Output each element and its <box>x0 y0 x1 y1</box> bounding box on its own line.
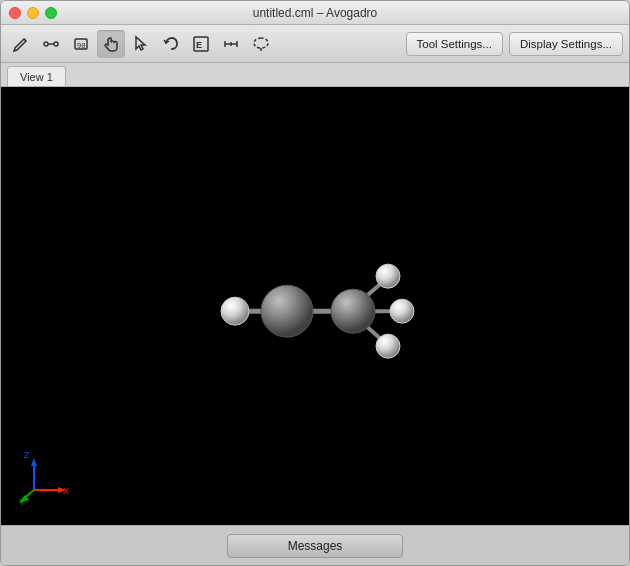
viewport[interactable]: Z X Y <box>1 87 629 525</box>
element-icon[interactable]: E <box>187 30 215 58</box>
angle-icon[interactable]: 90 <box>67 30 95 58</box>
close-button[interactable] <box>9 7 21 19</box>
window-controls <box>9 7 57 19</box>
navigate-icon[interactable] <box>97 30 125 58</box>
svg-text:X: X <box>63 486 69 496</box>
measure-icon[interactable] <box>217 30 245 58</box>
svg-text:E: E <box>196 40 202 50</box>
svg-text:90: 90 <box>77 42 85 50</box>
main-window: untitled.cml – Avogadro 90 <box>0 0 630 566</box>
svg-point-17 <box>221 297 249 325</box>
minimize-button[interactable] <box>27 7 39 19</box>
bond-icon[interactable] <box>37 30 65 58</box>
svg-marker-24 <box>31 458 37 466</box>
svg-text:Z: Z <box>24 450 30 460</box>
svg-point-20 <box>376 264 400 288</box>
molecule-display <box>205 246 425 379</box>
axis-indicator: Z X Y <box>19 450 74 505</box>
pencil-icon[interactable] <box>7 30 35 58</box>
svg-point-18 <box>261 285 313 337</box>
bottom-bar: Messages <box>1 525 629 565</box>
svg-text:Y: Y <box>19 497 25 505</box>
toolbar: 90 E <box>1 25 629 63</box>
tabbar: View 1 <box>1 63 629 87</box>
messages-button[interactable]: Messages <box>227 534 404 558</box>
titlebar: untitled.cml – Avogadro <box>1 1 629 25</box>
lasso-icon[interactable] <box>247 30 275 58</box>
svg-point-21 <box>376 334 400 358</box>
view-tab-1[interactable]: View 1 <box>7 66 66 86</box>
maximize-button[interactable] <box>45 7 57 19</box>
display-settings-button[interactable]: Display Settings... <box>509 32 623 56</box>
svg-point-19 <box>331 289 375 333</box>
window-title: untitled.cml – Avogadro <box>253 6 378 20</box>
svg-point-0 <box>44 42 48 46</box>
svg-point-22 <box>390 299 414 323</box>
svg-point-1 <box>54 42 58 46</box>
select-arrow-icon[interactable] <box>127 30 155 58</box>
undo-icon[interactable] <box>157 30 185 58</box>
tool-settings-button[interactable]: Tool Settings... <box>406 32 503 56</box>
